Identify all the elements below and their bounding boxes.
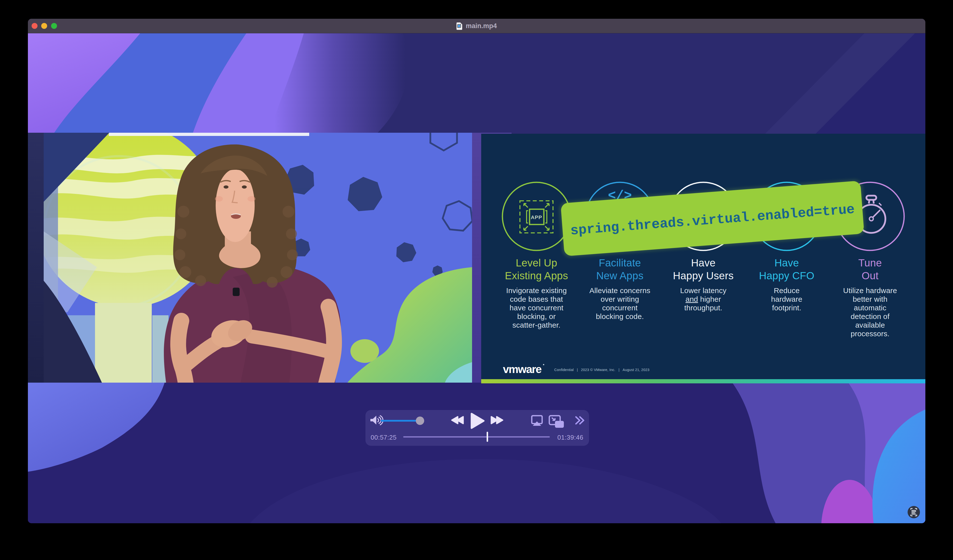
svg-text:vmware: vmware (503, 363, 542, 375)
svg-text:Confidential | 2023 © VMwa: Confidential | 2023 © VMware, Inc. | Aug… (554, 368, 649, 372)
svg-text:APP: APP (531, 214, 542, 220)
